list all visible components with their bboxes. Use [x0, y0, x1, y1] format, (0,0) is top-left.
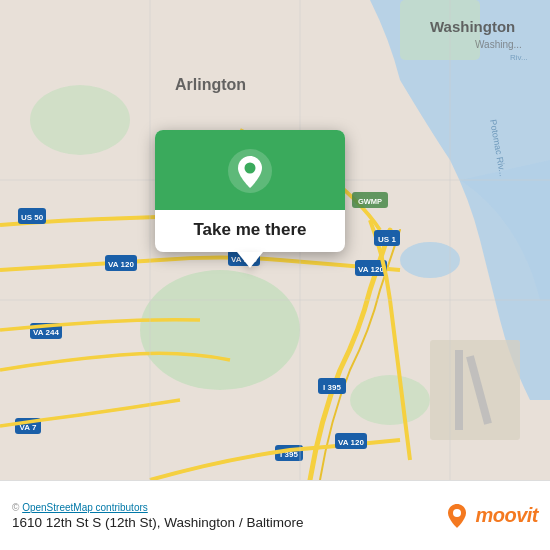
popup-label-area[interactable]: Take me there [155, 210, 345, 252]
svg-point-3 [30, 85, 130, 155]
copyright-symbol: © [12, 502, 22, 513]
osm-link[interactable]: OpenStreetMap contributors [22, 502, 148, 513]
svg-text:VA 120: VA 120 [108, 260, 134, 269]
moovit-wordmark: moovit [475, 504, 538, 527]
moovit-pin-icon [443, 502, 471, 530]
popup-card[interactable]: Take me there [155, 130, 345, 252]
svg-text:VA 120: VA 120 [338, 438, 364, 447]
footer-bar: © OpenStreetMap contributors 1610 12th S… [0, 480, 550, 550]
svg-point-45 [453, 509, 461, 517]
popup-pointer [237, 252, 263, 268]
svg-text:VA 244: VA 244 [33, 328, 59, 337]
location-popup[interactable]: Take me there [155, 130, 345, 268]
svg-text:US 1: US 1 [378, 235, 396, 244]
svg-text:Arlington: Arlington [175, 76, 246, 93]
svg-point-2 [140, 270, 300, 390]
moovit-logo[interactable]: moovit [443, 502, 538, 530]
svg-text:VA 120: VA 120 [358, 265, 384, 274]
svg-text:Washing...: Washing... [475, 39, 522, 50]
popup-header [155, 130, 345, 210]
svg-text:Washington: Washington [430, 18, 515, 35]
svg-text:GWMP: GWMP [358, 197, 382, 206]
take-me-there-button[interactable]: Take me there [193, 220, 306, 239]
address-text: 1610 12th St S (12th St), Washington / B… [12, 515, 433, 530]
svg-point-5 [350, 375, 430, 425]
location-pin-icon [227, 148, 273, 194]
svg-rect-7 [455, 350, 463, 430]
svg-text:Riv...: Riv... [510, 53, 528, 62]
map-view[interactable]: I 395 I 395 VA 110 VA 120 VA 120 VA 120 … [0, 0, 550, 480]
svg-point-1 [400, 242, 460, 278]
svg-text:I 395: I 395 [323, 383, 341, 392]
copyright-text: © OpenStreetMap contributors [12, 502, 433, 513]
footer-text-group: © OpenStreetMap contributors 1610 12th S… [12, 502, 433, 530]
svg-point-44 [245, 163, 256, 174]
svg-text:US 50: US 50 [21, 213, 44, 222]
